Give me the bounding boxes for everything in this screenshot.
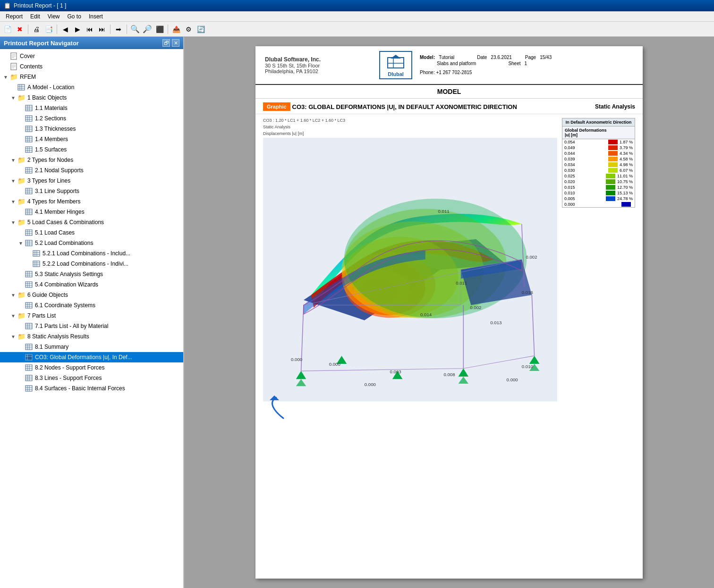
new-button[interactable]: 📄 <box>2 24 13 35</box>
tree-item-5.1[interactable]: 5.1 Load Cases <box>0 227 183 238</box>
expand-5.2.2[interactable] <box>25 260 32 268</box>
tree-item-5-load[interactable]: ▼📁5 Load Cases & Combinations <box>0 217 183 227</box>
tree-item-a-model[interactable]: A Model - Location <box>0 82 183 92</box>
label-a-model: A Model - Location <box>27 84 74 91</box>
tree-item-cover[interactable]: Cover <box>0 51 183 61</box>
expand-1.1[interactable] <box>17 104 25 112</box>
zoom-in-button[interactable]: 🔍 <box>129 24 141 35</box>
expand-8.4[interactable] <box>17 385 25 392</box>
goto-button[interactable]: ➡ <box>113 24 124 35</box>
menu-report[interactable]: Report <box>2 12 26 21</box>
svg-rect-98 <box>26 354 32 360</box>
zoom-out-button[interactable]: 🔎 <box>142 24 153 35</box>
expand-6.1[interactable] <box>17 302 25 309</box>
tree-item-8-static[interactable]: ▼📁8 Static Analysis Results <box>0 331 183 342</box>
expand-5.3[interactable] <box>17 270 25 278</box>
expand-3.1[interactable] <box>17 187 25 195</box>
expand-5.2[interactable]: ▼ <box>17 239 25 247</box>
tree-item-7-parts[interactable]: ▼📁7 Parts List <box>0 311 183 321</box>
expand-contents[interactable] <box>2 63 9 70</box>
tree-item-4-members[interactable]: ▼📁4 Types for Members <box>0 196 183 207</box>
expand-8-co3[interactable] <box>17 353 25 361</box>
menu-view[interactable]: View <box>44 12 64 21</box>
expand-1.4[interactable] <box>17 135 25 143</box>
tree-item-3.1[interactable]: 3.1 Line Supports <box>0 186 183 196</box>
navigator-header-buttons: 🗗 ✕ <box>162 39 179 47</box>
page-label: Page <box>525 55 536 60</box>
svg-text:0.000: 0.000 <box>329 361 340 367</box>
tree-item-5.2.1[interactable]: 5.2.1 Load Combinations - Includ... <box>0 248 183 259</box>
expand-8.1[interactable] <box>17 343 25 351</box>
expand-7.1[interactable] <box>17 322 25 330</box>
nav-last-button[interactable]: ⏭ <box>96 24 108 35</box>
tree-item-1.5[interactable]: 1.5 Surfaces <box>0 144 183 155</box>
tree-item-1.4[interactable]: 1.4 Members <box>0 134 183 144</box>
expand-rfem[interactable]: ▼ <box>2 73 9 81</box>
expand-1.3[interactable] <box>17 125 25 133</box>
tree-item-6.1[interactable]: 6.1 Coordinate Systems <box>0 300 183 311</box>
tree-item-5.4[interactable]: 5.4 Combination Wizards <box>0 279 183 290</box>
tree-item-8-co3[interactable]: CO3: Global Deformations |u|, In Def... <box>0 352 183 362</box>
expand-8.2[interactable] <box>17 364 25 371</box>
menu-edit[interactable]: Edit <box>26 12 44 21</box>
tree-item-rfem[interactable]: ▼📁RFEM <box>0 72 183 82</box>
svg-rect-38 <box>26 168 32 173</box>
expand-5.4[interactable] <box>17 281 25 288</box>
nav-close-button[interactable]: ✕ <box>172 39 179 47</box>
menu-goto[interactable]: Go to <box>64 12 85 21</box>
tree-item-6-guide[interactable]: ▼📁6 Guide Objects <box>0 290 183 300</box>
settings-button[interactable]: ⚙ <box>183 24 194 35</box>
expand-6-guide[interactable]: ▼ <box>9 291 17 299</box>
print-preview-button[interactable]: 📑 <box>43 24 54 35</box>
expand-5-load[interactable]: ▼ <box>9 218 17 226</box>
tree-item-5.2.2[interactable]: 5.2.2 Load Combinations - Indivi... <box>0 259 183 269</box>
tree-item-1.1[interactable]: 1.1 Materials <box>0 103 183 113</box>
delete-button[interactable]: ✖ <box>14 24 26 35</box>
svg-text:0.011: 0.011 <box>456 280 467 286</box>
expand-1.2[interactable] <box>17 115 25 122</box>
expand-4.1[interactable] <box>17 208 25 216</box>
legend-color-4 <box>608 162 618 167</box>
tree-item-2-nodes[interactable]: ▼📁2 Types for Nodes <box>0 155 183 165</box>
tree-item-contents[interactable]: Contents <box>0 61 183 72</box>
tree-item-8.4[interactable]: 8.4 Surfaces - Basic Internal Forces <box>0 383 183 394</box>
expand-a-model[interactable] <box>9 84 17 91</box>
expand-5.2.1[interactable] <box>25 250 32 257</box>
nav-forward-button[interactable]: ▶ <box>72 24 83 35</box>
export-button[interactable]: 📤 <box>170 24 182 35</box>
fit-button[interactable]: ⬛ <box>154 24 165 35</box>
nav-restore-button[interactable]: 🗗 <box>162 39 170 47</box>
expand-1.5[interactable] <box>17 146 25 153</box>
tree-item-4.1[interactable]: 4.1 Member Hinges <box>0 207 183 217</box>
icon-5.4 <box>25 280 33 289</box>
tree-item-5.3[interactable]: 5.3 Static Analysis Settings <box>0 269 183 279</box>
menu-insert[interactable]: Insert <box>85 12 107 21</box>
nav-back-button[interactable]: ◀ <box>60 24 71 35</box>
tree-item-3-lines[interactable]: ▼📁3 Types for Lines <box>0 176 183 186</box>
expand-8.3[interactable] <box>17 374 25 382</box>
tree-item-1.3[interactable]: 1.3 Thicknesses <box>0 124 183 134</box>
legend-pct-7: 10.75 % <box>617 179 633 184</box>
tree-item-7.1[interactable]: 7.1 Parts List - All by Material <box>0 321 183 331</box>
expand-cover[interactable] <box>2 52 9 60</box>
refresh-button[interactable]: 🔄 <box>195 24 206 35</box>
expand-1-basic[interactable]: ▼ <box>9 94 17 101</box>
nav-first-button[interactable]: ⏮ <box>84 24 95 35</box>
expand-4-members[interactable]: ▼ <box>9 198 17 205</box>
expand-2-nodes[interactable]: ▼ <box>9 156 17 164</box>
print-button[interactable]: 🖨 <box>31 24 42 35</box>
tree-item-8.2[interactable]: 8.2 Nodes - Support Forces <box>0 362 183 373</box>
expand-2.1[interactable] <box>17 167 25 174</box>
label-8-static: 8 Static Analysis Results <box>27 333 89 340</box>
expand-8-static[interactable]: ▼ <box>9 333 17 340</box>
tree-item-5.2[interactable]: ▼5.2 Load Combinations <box>0 238 183 248</box>
expand-7-parts[interactable]: ▼ <box>9 312 17 319</box>
tree-item-8.1[interactable]: 8.1 Summary <box>0 342 183 352</box>
tree-item-1-basic[interactable]: ▼📁1 Basic Objects <box>0 92 183 103</box>
label-5.3: 5.3 Static Analysis Settings <box>35 271 103 277</box>
expand-5.1[interactable] <box>17 229 25 236</box>
tree-item-1.2[interactable]: 1.2 Sections <box>0 113 183 124</box>
tree-item-8.3[interactable]: 8.3 Lines - Support Forces <box>0 373 183 383</box>
tree-item-2.1[interactable]: 2.1 Nodal Supports <box>0 165 183 176</box>
expand-3-lines[interactable]: ▼ <box>9 177 17 185</box>
